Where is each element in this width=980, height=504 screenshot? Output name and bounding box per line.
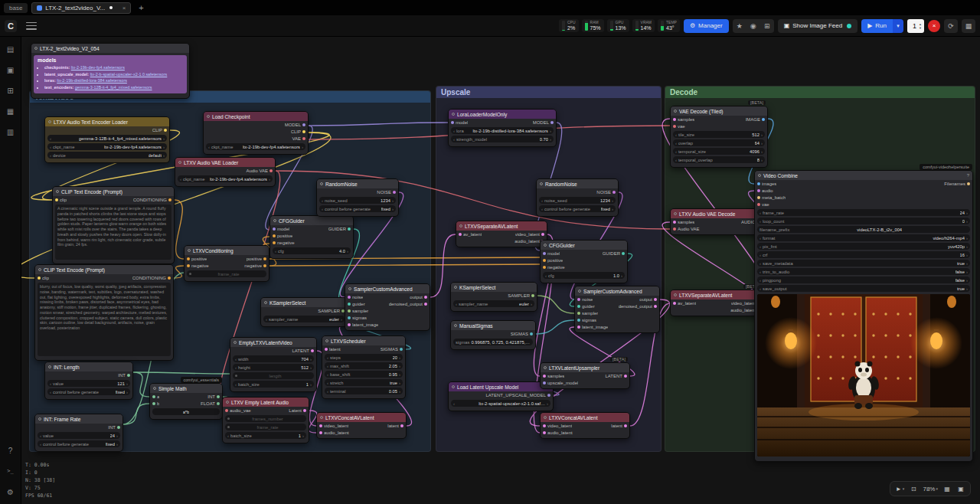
history-icon[interactable]: ⟳ — [944, 19, 958, 33]
node-ltxv-conditioning[interactable]: LTXVConditioningpositivepositivenegative… — [184, 245, 270, 282]
pointer-mode-button[interactable]: ►▾ — [893, 483, 906, 494]
widget-frame-rate[interactable]: frame_rate — [225, 424, 306, 430]
collapse-dot-icon[interactable] — [454, 324, 457, 327]
node-ksamplerselect-2[interactable]: KSamplerSelectSAMPLER‹sampler_nameeuler› — [450, 282, 537, 312]
comfyui-logo[interactable]: C — [5, 20, 17, 32]
collapse-dot-icon[interactable] — [38, 268, 41, 271]
node-title-bar[interactable]: LTXVConcatAVLatent — [317, 413, 406, 422]
video-preview[interactable] — [757, 294, 970, 457]
widget-batch-size[interactable]: ‹batch_size1› — [225, 432, 306, 439]
node-title-bar[interactable]: CFGGuider — [270, 216, 353, 225]
collapse-dot-icon[interactable] — [578, 290, 581, 293]
collapse-dot-icon[interactable] — [674, 212, 677, 215]
node-samplercustomadvanced-2[interactable]: SamplerCustomAdvancednoiseoutputguiderde… — [574, 286, 660, 333]
workflow-tab[interactable]: LTX-2_text2video_V... × — [31, 2, 131, 14]
output-port-sigmas[interactable]: SIGMAS — [381, 347, 403, 352]
input-port-clip[interactable]: clip — [55, 198, 67, 202]
star-icon[interactable]: ★ — [733, 19, 746, 33]
output-port-int[interactable]: INT — [207, 394, 220, 399]
output-port-latent[interactable]: LATENT — [292, 349, 314, 353]
input-port-audio-vae[interactable]: audio_vae — [225, 408, 251, 413]
input-port-audio[interactable]: audio — [757, 188, 773, 193]
zoom-level[interactable]: 78%▾ — [921, 483, 939, 494]
widget-width[interactable]: ‹width704› — [233, 355, 314, 362]
widget-lora[interactable]: ‹loraltx-2-19b-distilled-lora-384.safete… — [451, 127, 554, 134]
terminal-icon[interactable]: >_ — [5, 465, 17, 477]
output-port-model[interactable]: MODEL — [533, 120, 554, 125]
widget-overlap[interactable]: ‹overlap64› — [673, 139, 765, 146]
input-port-sigmas[interactable]: sigmas — [577, 318, 596, 322]
node-int-length[interactable]: INT: LengthINT‹value121›‹control before … — [44, 362, 133, 400]
input-port-samples[interactable]: samples — [673, 220, 694, 224]
node-title-bar[interactable]: Simple Math — [150, 384, 222, 393]
widget-noise-seed[interactable]: ‹noise_seed1234› — [539, 197, 616, 204]
input-port-positive[interactable]: positive — [543, 258, 563, 263]
widget-tile-size[interactable]: ‹tile_size512› — [673, 131, 765, 138]
node-emptyltxvlatentvideo[interactable]: EmptyLTXVLatentVideoLATENT‹width704›‹hei… — [230, 337, 317, 392]
input-port-audio-vae[interactable]: Audio VAE — [673, 227, 700, 231]
node-manualsigmas[interactable]: ManualSigmasSIGMASsigmas0.996875, 0.725,… — [450, 320, 536, 350]
input-port-samples[interactable]: samples — [543, 374, 564, 378]
output-port-negative[interactable]: negative — [244, 263, 266, 268]
node-ltxv-empty-latent-audio[interactable]: LTXV Empty Latent Audioaudio_vaeLatentfr… — [222, 397, 309, 443]
node-title-bar[interactable]: CLIP Text Encode (Prompt) — [53, 187, 174, 196]
widget-filename-prefix[interactable]: filename_prefixvideoLTX-2-B_t2v_004 — [757, 226, 970, 233]
output-port-guider[interactable]: GUIDER — [328, 227, 351, 231]
video-preview-frame[interactable] — [757, 294, 970, 457]
node-title-bar[interactable]: LTXV Audio VAE Loader — [175, 158, 275, 167]
node-title-bar[interactable]: SamplerCustomAdvanced — [345, 284, 430, 293]
output-port-output[interactable]: output — [410, 295, 427, 299]
widget-ltx-2-spatial-upscaler-x2-1-0-saf[interactable]: ‹ltx-2-spatial-upscaler-x2-1.0.saf…› — [451, 400, 550, 407]
widget-noise-seed[interactable]: ‹noise_seed1234› — [319, 197, 396, 204]
collapse-dot-icon[interactable] — [320, 416, 323, 419]
widget-base-shift[interactable]: ‹base_shift0.95› — [325, 371, 403, 378]
output-port-filenames[interactable]: Filenames — [944, 182, 970, 186]
input-port-images[interactable]: images — [757, 182, 776, 186]
widget-sampler-name[interactable]: ‹sampler_nameeuler› — [453, 300, 534, 307]
output-port-guider[interactable]: GUIDER — [603, 251, 625, 256]
node-note[interactable]: LTX-2_text2video_V2_054modelscheckpoints… — [31, 43, 190, 99]
widget-value[interactable]: ‹value24› — [38, 432, 120, 439]
collapse-dot-icon[interactable] — [188, 249, 191, 252]
node-clip-text-encode-prompt[interactable]: CLIP Text Encode (Prompt)clipCONDITIONIN… — [52, 186, 175, 264]
input-port-video-latent[interactable]: video_latent — [319, 424, 348, 428]
output-port-int[interactable]: INT — [108, 425, 120, 430]
node-title-bar[interactable]: LTXVScheduler — [322, 336, 405, 345]
node-title-bar[interactable]: Load Checkpoint — [204, 112, 308, 121]
node-canvas[interactable]: Text2videoUpscaleDecode T: 0.00sI: 0N: 3… — [21, 37, 980, 504]
node-cfgguider-2[interactable]: CFGGuidermodelGUIDERpositivenegative‹cfg… — [540, 240, 628, 283]
input-port-positive[interactable]: positive — [187, 257, 207, 261]
input-port-positive[interactable]: positive — [273, 234, 292, 238]
input-port-sampler[interactable]: sampler — [348, 309, 368, 313]
manager-button[interactable]: ⚙ Manager — [684, 19, 729, 33]
menu-hamburger-icon[interactable] — [26, 22, 37, 30]
node-title-bar[interactable]: VAE Decode (Tiled) — [671, 106, 767, 116]
input-port-negative[interactable]: negative — [273, 241, 295, 245]
input-port-av-latent[interactable]: av_latent — [673, 301, 696, 306]
node-ltxv-audio-vae-decode[interactable]: LTXV Audio VAE DecodesamplesAUDIOAudio V… — [670, 208, 763, 235]
input-port-model[interactable]: model — [451, 120, 468, 125]
node-title-bar[interactable]: LTXVSeparateAVLatent — [456, 221, 547, 231]
output-port-image[interactable]: IMAGE — [746, 117, 765, 122]
input-port-video-latent[interactable]: video_latent — [543, 424, 572, 428]
input-port-model[interactable]: model — [543, 251, 560, 256]
collapse-dot-icon[interactable] — [544, 366, 547, 369]
widget-frame-rate[interactable]: frame_rate — [187, 270, 266, 277]
widget-pingpong[interactable]: ‹pingpongfalse› — [757, 277, 970, 283]
lock-canvas-button[interactable]: ▣ — [955, 483, 967, 494]
output-port-audio-vae[interactable]: Audio VAE — [246, 169, 273, 173]
queue-panel-icon[interactable]: ▦ — [962, 19, 975, 33]
widget-ckpt-name[interactable]: ‹ckpt_nameltx-2-19b-dev-fp4.safetensors› — [178, 175, 273, 182]
collapse-dot-icon[interactable] — [207, 115, 210, 118]
output-port-int[interactable]: INT — [118, 373, 130, 378]
collapse-dot-icon[interactable] — [674, 110, 677, 113]
widget-cfg[interactable]: ‹cfg1.0› — [543, 272, 625, 279]
input-port-audio-latent[interactable]: audio_latent — [543, 430, 573, 435]
workflows-icon[interactable]: ▤ — [5, 43, 17, 55]
collapse-dot-icon[interactable] — [264, 301, 267, 304]
output-port-noise[interactable]: NOISE — [596, 190, 616, 195]
node-load-checkpoint[interactable]: Load CheckpointMODELCLIPVAE‹ckpt_nameltx… — [203, 111, 309, 155]
note-model-link[interactable]: latent_upscale_model: ltx-2-b-spatial-up… — [44, 71, 183, 78]
node-title-bar[interactable]: CLIP Text Encode (Prompt) — [35, 265, 173, 274]
collapse-dot-icon[interactable] — [234, 341, 237, 344]
